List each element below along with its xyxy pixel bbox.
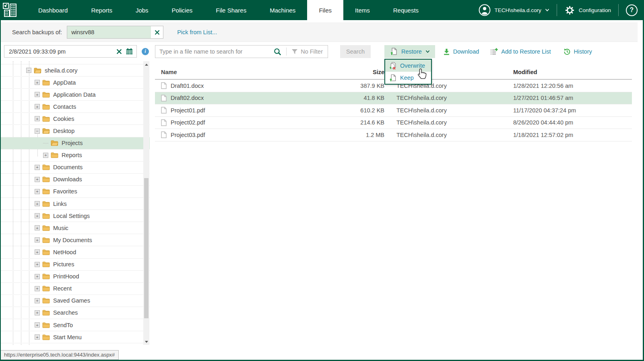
expand-plus-icon[interactable]: + — [35, 322, 40, 328]
column-header-size[interactable]: Size — [322, 69, 390, 75]
tree-item-documents[interactable]: + Documents — [0, 162, 150, 174]
tree-item-printhood[interactable]: + PrintHood — [0, 271, 150, 283]
tree-item-music[interactable]: + Music — [0, 222, 150, 234]
tree-item-start-menu[interactable]: + Start Menu — [0, 331, 150, 343]
info-icon[interactable]: i — [142, 48, 149, 55]
file-name-cell: Draft01.docx — [155, 82, 322, 89]
folder-icon — [34, 67, 41, 74]
restore-icon — [390, 48, 398, 56]
expand-plus-icon[interactable]: + — [35, 298, 40, 303]
expand-plus-icon[interactable]: + — [35, 213, 40, 218]
expand-plus-icon[interactable]: + — [43, 153, 48, 158]
calendar-icon[interactable] — [126, 48, 133, 55]
scroll-down-arrow-icon[interactable] — [143, 338, 149, 345]
expand-plus-icon[interactable]: + — [35, 237, 40, 243]
no-filter-label[interactable]: No Filter — [301, 48, 323, 55]
file-size-cell: 214.6 KB — [322, 119, 390, 126]
expand-plus-icon[interactable]: + — [35, 262, 40, 267]
expand-plus-icon[interactable]: + — [35, 80, 40, 85]
scroll-up-arrow-icon[interactable] — [143, 61, 149, 68]
file-icon — [161, 95, 167, 102]
configuration-label: Configuration — [579, 7, 611, 13]
expand-plus-icon[interactable]: + — [35, 116, 40, 121]
restore-button[interactable]: Restore — [384, 45, 435, 58]
nav-tab-reports[interactable]: Reports — [79, 0, 124, 20]
table-row-project02-pdf[interactable]: Project02.pdf 214.6 KB TECH\sheila.d.cor… — [155, 117, 632, 129]
tree-item-local-settings[interactable]: + Local Settings — [0, 210, 150, 222]
files-panel: No Filter Search Restore — [150, 42, 644, 361]
menu-item-overwrite[interactable]: Overwrite — [385, 60, 431, 72]
search-icon[interactable] — [274, 48, 281, 56]
nav-tab-file-shares[interactable]: File Shares — [204, 0, 258, 20]
tree-item-contacts[interactable]: + Contacts — [0, 101, 150, 113]
collapse-minus-icon[interactable]: − — [35, 129, 40, 134]
tree-item-links[interactable]: + Links — [0, 198, 150, 210]
tree-item-appdata[interactable]: + AppData — [0, 77, 150, 89]
file-name: Project03.pdf — [171, 132, 205, 138]
folder-icon — [42, 225, 50, 231]
file-search-input[interactable] — [155, 48, 274, 55]
nav-tab-policies[interactable]: Policies — [160, 0, 204, 20]
nav-tab-files[interactable]: Files — [307, 0, 343, 20]
tree-item-downloads[interactable]: + Downloads — [0, 174, 150, 186]
tree-item-application-data[interactable]: + Application Data — [0, 89, 150, 101]
expand-plus-icon[interactable]: + — [35, 310, 40, 315]
help-button[interactable]: ? — [626, 4, 638, 16]
tree-item-projects[interactable]: Projects — [0, 137, 150, 149]
nav-tab-requests[interactable]: Requests — [382, 0, 430, 20]
clear-date-icon[interactable] — [116, 49, 122, 54]
nav-right: TECH\sheila.d.cory Configuration ? — [479, 0, 644, 20]
collapse-minus-icon[interactable]: − — [26, 68, 31, 73]
tree-item-pictures[interactable]: + Pictures — [0, 259, 150, 271]
pick-from-list-link[interactable]: Pick from List... — [177, 29, 217, 35]
folder-icon — [51, 140, 58, 146]
filter-icon[interactable] — [291, 49, 298, 54]
nav-tab-jobs[interactable]: Jobs — [124, 0, 160, 20]
expand-plus-icon[interactable]: + — [35, 225, 40, 230]
tree-item-searches[interactable]: + Searches — [0, 307, 150, 319]
table-row-project01-pdf[interactable]: Project01.pdf 610.2 KB TECH\sheila.d.cor… — [155, 104, 632, 117]
search-button[interactable]: Search — [340, 45, 371, 58]
expand-plus-icon[interactable]: + — [35, 334, 40, 340]
tree-scrollbar[interactable] — [143, 61, 149, 345]
expand-plus-icon[interactable]: + — [35, 104, 40, 109]
file-name-cell: Project01.pdf — [155, 107, 322, 114]
tree-item-recent[interactable]: + Recent — [0, 283, 150, 295]
column-header-modified[interactable]: Modified — [511, 69, 632, 75]
expand-plus-icon[interactable]: + — [35, 286, 40, 291]
expand-plus-icon[interactable]: + — [35, 189, 40, 194]
history-button[interactable]: History — [563, 48, 592, 56]
nav-tab-machines[interactable]: Machines — [258, 0, 307, 20]
expand-plus-icon[interactable]: + — [35, 201, 40, 206]
expand-plus-icon[interactable]: + — [35, 165, 40, 170]
configuration-button[interactable]: Configuration — [564, 5, 611, 16]
add-to-restore-list-button[interactable]: Add to Restore List — [490, 48, 551, 56]
tree-item-desktop[interactable]: − Desktop — [0, 125, 150, 137]
tree-item-favorites[interactable]: + Favorites — [0, 186, 150, 198]
scrollbar-thumb[interactable] — [144, 178, 149, 318]
expand-plus-icon[interactable]: + — [35, 92, 40, 97]
clear-backup-search-button[interactable] — [151, 26, 163, 38]
download-button[interactable]: Download — [443, 48, 479, 55]
tree-item-reports[interactable]: + Reports — [0, 149, 150, 162]
tree-item-nethood[interactable]: + NetHood — [0, 246, 150, 258]
tree-item-sheila-d-cory[interactable]: − sheila.d.cory — [0, 64, 150, 77]
table-row-draft02-docx[interactable]: Draft02.docx 41.8 KB TECH\sheila.d.cory … — [155, 92, 632, 105]
tree-item-my-documents[interactable]: + My Documents — [0, 234, 150, 246]
tree-item-saved-games[interactable]: + Saved Games — [0, 295, 150, 307]
user-menu[interactable]: TECH\sheila.d.cory — [479, 4, 549, 16]
tree-item-clipped[interactable]: + — [0, 343, 150, 345]
table-row-project03-pdf[interactable]: Project03.pdf 1.2 MB TECH\sheila.d.cory … — [155, 129, 632, 141]
backup-search-input[interactable] — [67, 26, 151, 38]
nav-tab-dashboard[interactable]: Dashboard — [27, 0, 79, 20]
restore-point-input[interactable] — [5, 48, 112, 55]
nav-tab-items[interactable]: Items — [343, 0, 382, 20]
tree-item-cookies[interactable]: + Cookies — [0, 113, 150, 125]
expand-plus-icon[interactable]: + — [35, 249, 40, 255]
expand-plus-icon[interactable]: + — [35, 274, 40, 279]
history-label: History — [574, 48, 592, 55]
column-header-name[interactable]: Name — [155, 69, 322, 75]
tree-item-sendto[interactable]: + SendTo — [0, 319, 150, 331]
menu-item-keep[interactable]: Keep — [385, 72, 431, 84]
expand-plus-icon[interactable]: + — [35, 177, 40, 182]
